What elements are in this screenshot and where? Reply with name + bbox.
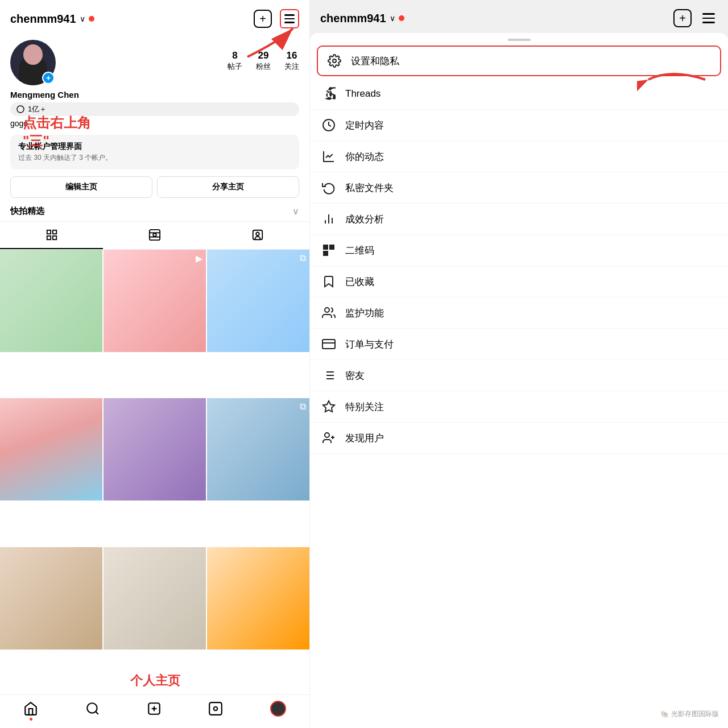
stat-followers[interactable]: 29 粉丝 [256, 50, 271, 72]
insights-label: 成效分析 [345, 213, 384, 226]
menu-panel: 设置和隐私 Threads 定时内容 [310, 33, 728, 728]
svg-rect-4 [150, 230, 160, 240]
menu-item-qrcode[interactable]: 二维码 [310, 235, 728, 266]
grid-item-4[interactable] [0, 398, 102, 500]
posts-count: 8 [232, 50, 237, 61]
hamburger-line1 [702, 13, 715, 15]
hamburger-line3 [702, 22, 715, 23]
menu-item-settings[interactable]: 设置和隐私 [317, 46, 721, 76]
following-label: 关注 [284, 61, 299, 72]
nav-add[interactable] [147, 701, 162, 716]
notification-dot [89, 16, 94, 22]
following-count: 16 [287, 50, 297, 61]
pro-account-box[interactable]: 专业帐户管理界面 过去 30 天内触达了 3 个帐户。 [10, 135, 299, 169]
right-header-right: + [673, 9, 718, 27]
svg-rect-1 [52, 230, 56, 234]
left-panel: chenmm941 ∨ + + [0, 0, 310, 728]
svg-marker-47 [323, 401, 334, 412]
scheduled-label: 定时内容 [345, 119, 384, 132]
svg-rect-2 [47, 236, 50, 239]
menu-item-archive[interactable]: 私密文件夹 [310, 172, 728, 204]
posts-label: 帖子 [228, 61, 242, 72]
right-add-button[interactable]: + [673, 9, 692, 27]
header-left: chenmm941 ∨ [10, 13, 94, 26]
svg-point-9 [257, 232, 260, 235]
tab-row [0, 221, 309, 250]
edit-profile-button[interactable]: 编辑主页 [10, 176, 152, 198]
highlights-row[interactable]: 快拍精选 ∨ [0, 204, 309, 221]
menu-item-threads[interactable]: Threads [310, 78, 728, 110]
nav-search[interactable] [85, 701, 100, 716]
grid-item-3[interactable]: ⧉ [207, 250, 309, 352]
menu-item-favorites[interactable]: 特别关注 [310, 391, 728, 423]
svg-rect-26 [325, 246, 326, 248]
menu-item-insights[interactable]: 成效分析 [310, 204, 728, 235]
action-buttons: 编辑主页 分享主页 [0, 176, 309, 198]
grid-item-2[interactable]: ▶ [104, 250, 206, 352]
bottom-nav [0, 694, 309, 728]
tab-reels[interactable] [103, 222, 206, 249]
add-button[interactable]: + [254, 10, 272, 28]
grid-item-7[interactable] [0, 547, 102, 650]
tab-tagged[interactable] [206, 222, 309, 249]
discover-icon [321, 431, 336, 445]
menu-item-orders[interactable]: 订单与支付 [310, 329, 728, 360]
threads-badge-label: 1亿＋ [28, 104, 47, 114]
reels-nav-icon [208, 701, 223, 716]
menu-button[interactable] [280, 9, 299, 28]
svg-point-48 [325, 433, 329, 437]
saved-label: 已收藏 [345, 275, 374, 288]
nav-home[interactable] [23, 701, 38, 716]
svg-rect-15 [210, 702, 222, 715]
threads-icon [321, 86, 336, 101]
menu-item-activity[interactable]: 你的动态 [310, 141, 728, 172]
settings-icon [327, 53, 342, 68]
grid-item-9[interactable] [207, 547, 309, 650]
followers-count: 29 [258, 50, 269, 61]
favorites-label: 特别关注 [345, 400, 384, 413]
menu-item-scheduled[interactable]: 定时内容 [310, 110, 728, 141]
threads-label: Threads [345, 88, 380, 100]
grid-item-1[interactable] [0, 250, 102, 352]
archive-icon [321, 180, 336, 195]
tagged-icon [251, 229, 264, 241]
nav-profile[interactable] [270, 701, 286, 717]
tab-grid[interactable] [0, 222, 103, 249]
supervision-label: 监护功能 [345, 307, 384, 320]
pro-title: 专业帐户管理界面 [18, 142, 291, 152]
threads-badge[interactable]: 1亿＋ [10, 102, 299, 116]
svg-point-38 [325, 308, 329, 312]
svg-point-5 [153, 233, 156, 237]
orders-label: 订单与支付 [345, 338, 394, 351]
star-icon [321, 399, 336, 414]
grid-item-6[interactable]: ⧉ [207, 398, 309, 500]
home-dot [30, 718, 32, 721]
nav-profile-avatar [270, 701, 286, 717]
drag-handle[interactable] [508, 39, 531, 41]
multiple2-overlay-icon: ⧉ [300, 402, 306, 412]
menu-item-discover[interactable]: 发现用户 [310, 423, 728, 454]
menu-item-close-friends[interactable]: 密友 [310, 360, 728, 391]
stat-following[interactable]: 16 关注 [284, 50, 299, 72]
qrcode-icon [321, 243, 336, 258]
avatar-wrap: + [10, 40, 56, 85]
grid-item-8[interactable] [104, 547, 206, 650]
hamburger-line2 [702, 18, 715, 19]
reel-overlay-icon: ▶ [196, 253, 202, 264]
header-right: + [254, 9, 299, 28]
grid-item-5[interactable] [104, 398, 206, 500]
nav-reels[interactable] [208, 701, 223, 716]
profile-top: + 8 帖子 29 粉丝 16 关注 [10, 40, 299, 85]
menu-item-saved[interactable]: 已收藏 [310, 266, 728, 297]
username-label: chenmm941 [10, 13, 76, 26]
svg-rect-27 [331, 246, 333, 248]
home-icon [23, 701, 38, 716]
right-notification-dot [399, 15, 404, 21]
menu-item-supervision[interactable]: 监护功能 [310, 297, 728, 329]
share-profile-button[interactable]: 分享主页 [157, 176, 299, 198]
clock-icon [321, 118, 336, 133]
svg-rect-28 [325, 253, 326, 254]
followers-label: 粉丝 [256, 61, 271, 72]
right-menu-button[interactable] [700, 9, 718, 27]
avatar-add-button[interactable]: + [42, 72, 55, 84]
